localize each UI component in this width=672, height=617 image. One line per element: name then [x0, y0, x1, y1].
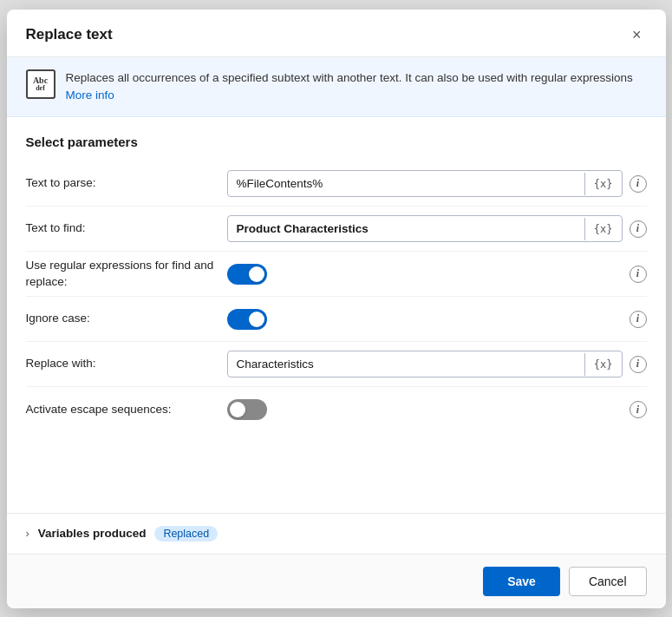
save-button[interactable]: Save	[483, 567, 560, 596]
toggle-track-escape-sequences[interactable]	[227, 399, 267, 420]
info-banner: Abc def Replaces all occurrences of a sp…	[7, 57, 666, 118]
info-icon-replace-with[interactable]: i	[630, 356, 647, 373]
label-text-to-parse: Text to parse:	[26, 175, 217, 192]
toggle-track-use-regex[interactable]	[227, 264, 267, 285]
input-replace-with[interactable]	[228, 351, 584, 377]
toggle-thumb-ignore-case	[249, 312, 264, 327]
label-use-regex: Use regular expressions for find and rep…	[26, 258, 217, 291]
input-wrap-text-to-find: {x}	[227, 215, 623, 242]
cancel-button[interactable]: Cancel	[569, 567, 647, 596]
toggle-thumb-escape-sequences	[230, 402, 245, 417]
more-info-link[interactable]: More info	[66, 89, 114, 102]
label-replace-with: Replace with:	[26, 356, 217, 372]
input-wrap-replace-with: {x}	[227, 351, 623, 377]
param-replace-with: Replace with: {x} i	[26, 342, 647, 387]
control-replace-with: {x} i	[227, 351, 647, 377]
control-escape-sequences: i	[227, 399, 647, 420]
label-escape-sequences: Activate escape sequences:	[26, 402, 217, 418]
info-icon-use-regex[interactable]: i	[630, 266, 647, 283]
label-ignore-case: Ignore case:	[26, 311, 217, 327]
control-use-regex: i	[227, 264, 647, 285]
param-text-to-parse: Text to parse: {x} i	[26, 161, 647, 207]
param-escape-sequences: Activate escape sequences: i	[26, 387, 647, 432]
input-text-to-parse[interactable]	[228, 171, 584, 196]
input-text-to-find[interactable]	[228, 216, 584, 241]
control-ignore-case: i	[227, 309, 647, 330]
info-icon-escape-sequences[interactable]: i	[630, 401, 647, 418]
toggle-track-ignore-case[interactable]	[227, 309, 267, 330]
label-text-to-find: Text to find:	[26, 220, 217, 237]
input-wrap-text-to-parse: {x}	[227, 170, 623, 197]
dialog-footer: Save Cancel	[7, 554, 666, 608]
replace-text-dialog: Replace text × Abc def Replaces all occu…	[7, 10, 666, 608]
param-ignore-case: Ignore case: i	[26, 297, 647, 342]
chevron-right-icon[interactable]: ›	[26, 527, 29, 540]
close-button[interactable]: ×	[627, 25, 647, 44]
toggle-use-regex[interactable]	[227, 264, 267, 285]
info-icon-text-to-parse[interactable]: i	[630, 175, 647, 193]
var-btn-text-to-find[interactable]: {x}	[584, 218, 622, 240]
toggle-ignore-case[interactable]	[227, 309, 267, 330]
param-use-regex: Use regular expressions for find and rep…	[26, 252, 647, 297]
control-text-to-find: {x} i	[227, 215, 647, 242]
toggle-escape-sequences[interactable]	[227, 399, 267, 420]
variables-produced-label[interactable]: Variables produced	[38, 527, 147, 540]
banner-text: Replaces all occurrences of a specified …	[66, 69, 647, 105]
info-icon-ignore-case[interactable]: i	[630, 311, 647, 328]
parameters-area: Text to parse: {x} i Text to find: {x} i	[7, 156, 666, 513]
abc-icon: Abc def	[26, 69, 55, 99]
replaced-badge: Replaced	[154, 526, 218, 542]
var-btn-replace-with[interactable]: {x}	[584, 353, 622, 376]
param-text-to-find: Text to find: {x} i	[26, 207, 647, 252]
toggle-thumb-use-regex	[249, 266, 264, 282]
info-icon-text-to-find[interactable]: i	[630, 220, 647, 238]
variables-produced-row: › Variables produced Replaced	[7, 513, 666, 554]
dialog-title: Replace text	[26, 26, 113, 43]
section-title: Select parameters	[7, 117, 666, 156]
var-btn-text-to-parse[interactable]: {x}	[584, 173, 622, 195]
control-text-to-parse: {x} i	[227, 170, 647, 197]
dialog-header: Replace text ×	[7, 10, 666, 57]
